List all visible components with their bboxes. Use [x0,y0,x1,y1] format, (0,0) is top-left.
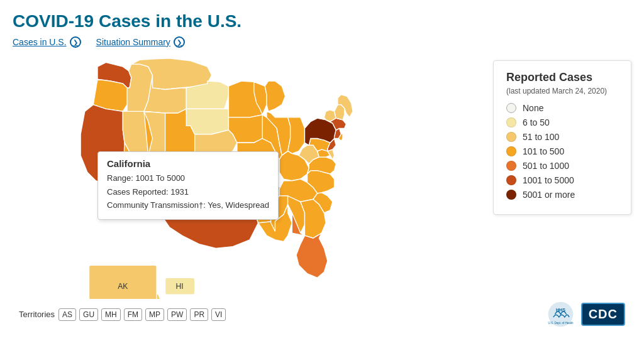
territory-tag[interactable]: VI [211,308,226,321]
tooltip-transmission: Community Transmission†: Yes, Widespread [107,199,269,212]
page-title: COVID-19 Cases in the U.S. [13,11,631,31]
legend-label: 5001 or more [523,190,575,200]
legend-label: 6 to 50 [523,117,550,127]
page-container: COVID-19 Cases in the U.S. Cases in U.S.… [0,0,644,335]
territory-tag[interactable]: GU [79,308,98,321]
legend-item: 1001 to 5000 [506,175,618,185]
legend-item: 6 to 50 [506,117,618,127]
hhs-logo: HHS U.S. Dept. of Health [547,300,575,328]
legend-label: 51 to 100 [523,132,559,142]
territory-tag[interactable]: PR [190,308,208,321]
svg-text:U.S. Dept. of Health: U.S. Dept. of Health [548,322,574,325]
cases-arrow-icon: ❯ [70,36,81,48]
legend-item: None [506,103,618,113]
legend-item: 51 to 100 [506,132,618,142]
legend-label: 101 to 500 [523,146,564,156]
footer-section: Territories ASGUMHFMMPPWPRVI HHS U.S. De… [13,300,631,328]
legend-item: 501 to 1000 [506,161,618,171]
legend-subtitle: (last updated March 24, 2020) [506,87,618,95]
legend-item: 5001 or more [506,190,618,200]
territory-tag[interactable]: PW [167,308,187,321]
map-container: AKHI California Range: 1001 To 5000 Case… [13,54,428,299]
tooltip-range: Range: 1001 To 5000 [107,172,269,185]
tooltip-state-name: California [107,158,269,169]
territories-section: Territories ASGUMHFMMPPWPRVI [19,308,226,321]
legend-title: Reported Cases [506,71,618,84]
territory-tag[interactable]: FM [124,308,142,321]
state-tooltip: California Range: 1001 To 5000 Cases Rep… [97,151,279,220]
territories-label: Territories [19,310,55,319]
legend-label: 501 to 1000 [523,161,569,171]
situation-arrow-icon: ❯ [174,36,185,48]
territory-tag[interactable]: MH [101,308,121,321]
legend-box: Reported Cases (last updated March 24, 2… [493,60,631,215]
legend-item: 101 to 500 [506,146,618,156]
territory-tag[interactable]: MP [145,308,164,321]
legend-items: None6 to 5051 to 100101 to 500501 to 100… [506,103,618,200]
map-section: AKHI California Range: 1001 To 5000 Case… [13,54,631,299]
cdc-logo: CDC [581,303,625,326]
svg-text:AK: AK [118,282,128,291]
situation-summary-link[interactable]: Situation Summary ❯ [96,36,185,48]
cases-in-us-link[interactable]: Cases in U.S. ❯ [13,36,81,48]
svg-text:HI: HI [175,282,183,291]
legend-label: None [523,103,543,113]
tooltip-cases: Cases Reported: 1931 [107,186,269,198]
legend-label: 1001 to 5000 [523,175,574,185]
territory-tags: ASGUMHFMMPPWPRVI [58,308,226,321]
nav-links: Cases in U.S. ❯ Situation Summary ❯ [13,36,631,48]
logos-section: HHS U.S. Dept. of Health CDC [547,300,625,328]
territory-tag[interactable]: AS [58,308,76,321]
